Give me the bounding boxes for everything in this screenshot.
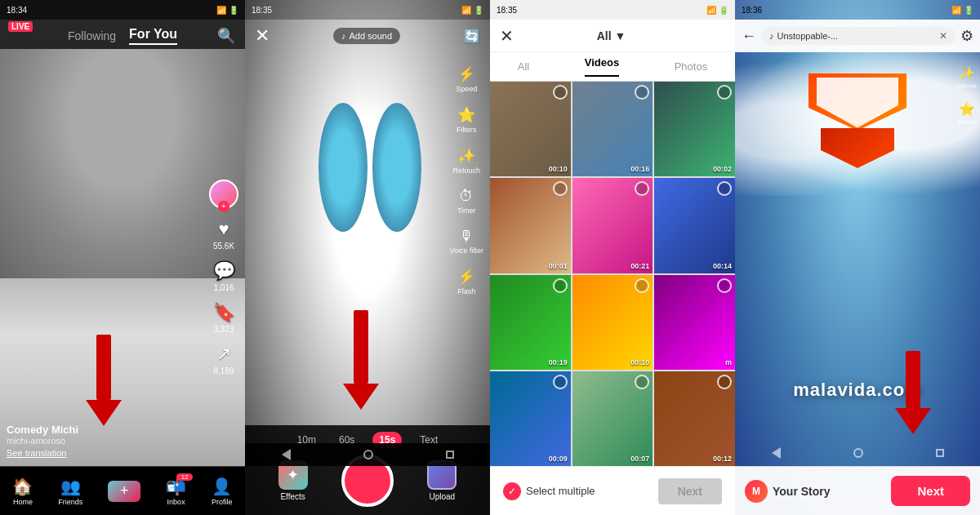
malavida-bottom-bar: M Your Story Next	[735, 466, 980, 515]
tab-photos[interactable]: Photos	[675, 60, 707, 73]
select-checkbox-7[interactable]	[553, 278, 568, 293]
settings-icon[interactable]: ⚙	[960, 27, 973, 45]
sound-pill[interactable]: ♪ Unstoppable-... ✕	[761, 27, 956, 45]
back-icon[interactable]: ←	[742, 28, 756, 45]
select-checkbox-1[interactable]	[553, 85, 568, 100]
nav-foryou[interactable]: For You	[129, 27, 177, 45]
select-checkbox-5[interactable]	[635, 181, 649, 196]
close-icon[interactable]: ✕	[255, 25, 270, 47]
timer-tool[interactable]: ⏱ Timer	[449, 188, 483, 215]
media-thumb-5[interactable]: 00:21	[572, 178, 653, 273]
nav-home[interactable]: 🏠 Home	[12, 477, 33, 506]
tab-all[interactable]: All	[518, 60, 529, 73]
like-button[interactable]: ♥ 55.6K	[213, 219, 234, 251]
creator-username: Comedy Michi	[7, 424, 78, 436]
effects-tool-4[interactable]: ✨ Effects	[957, 65, 977, 90]
recents-nav-2[interactable]	[446, 451, 454, 459]
logo-chevron-bottom	[821, 128, 894, 168]
nav-following[interactable]: Following	[68, 29, 116, 42]
bottom-nav-bar: 🏠 Home 👥 Friends + 📬 Inbox 👤 Profile	[0, 466, 245, 515]
sound-selector[interactable]: ♪ Add sound	[333, 28, 400, 44]
camera-top-bar: ✕ ♪ Add sound 🔄	[245, 20, 490, 52]
timer-icon: ⏱	[459, 188, 474, 205]
media-thumb-4[interactable]: 00:01	[490, 178, 571, 273]
select-checkbox-12[interactable]	[717, 375, 732, 389]
select-checkbox-10[interactable]	[553, 375, 568, 389]
select-checkbox-11[interactable]	[635, 375, 649, 389]
nav-friends[interactable]: 👥 Friends	[58, 477, 82, 506]
media-thumb-2[interactable]: 00:16	[572, 82, 653, 176]
nav-profile[interactable]: 👤 Profile	[212, 477, 233, 506]
speed-label: Speed	[456, 85, 477, 93]
home-nav-2[interactable]	[363, 450, 373, 460]
profile-icon: 👤	[212, 477, 232, 496]
next-button-gallery[interactable]: Next	[658, 478, 722, 504]
media-thumb-9[interactable]: m	[654, 275, 735, 370]
duration-10: 00:09	[549, 455, 568, 463]
search-icon[interactable]: 🔍	[217, 27, 235, 45]
comment-button[interactable]: 💬 1,016	[213, 260, 235, 292]
select-checkbox-3[interactable]	[717, 85, 732, 100]
flip-icon[interactable]: 🔄	[464, 29, 480, 44]
media-thumb-8[interactable]: 00:10	[572, 275, 653, 370]
creator-handle: michi-amoroso	[7, 436, 78, 446]
flash-tool[interactable]: ⚡ Flash	[449, 268, 483, 295]
media-thumb-7[interactable]: 00:19	[490, 275, 571, 370]
media-thumb-10[interactable]: 00:09	[490, 371, 571, 466]
duration-6: 00:14	[713, 262, 732, 270]
translate-link[interactable]: See translation	[7, 448, 78, 458]
sound-close-icon[interactable]: ✕	[939, 30, 947, 42]
media-type-tabs: All Videos Photos	[490, 52, 735, 82]
domain-text: malavida.com	[735, 380, 980, 401]
voice-filter-tool[interactable]: 🎙 Voice filter	[449, 228, 483, 255]
music-icon: ♪	[341, 31, 346, 41]
live-badge[interactable]: LIVE	[8, 21, 33, 32]
speed-tool[interactable]: ⚡ Speed	[449, 65, 483, 93]
upload-button[interactable]: Upload	[427, 460, 457, 501]
your-story-button[interactable]: M Your Story	[745, 480, 831, 503]
filters-tool-4[interactable]: ⭐ Filters	[957, 101, 977, 126]
next-button-malavida[interactable]: Next	[891, 476, 970, 506]
music-note-icon: ♪	[769, 31, 774, 41]
retouch-tool[interactable]: ✨ Retouch	[449, 147, 483, 175]
media-thumb-11[interactable]: 00:07	[572, 371, 653, 466]
creator-avatar[interactable]	[209, 180, 238, 209]
tab-videos[interactable]: Videos	[585, 56, 619, 77]
back-nav-4[interactable]	[772, 447, 781, 459]
feed-nav: Following For You 🔍	[0, 20, 245, 52]
home-nav-4[interactable]	[853, 448, 863, 458]
retouch-icon: ✨	[457, 147, 475, 165]
bookmark-button[interactable]: 🔖 3,323	[213, 302, 235, 334]
duration-3: 00:02	[713, 165, 732, 173]
bookmark-count: 3,323	[213, 325, 234, 334]
filters-icon-4: ⭐	[959, 101, 975, 117]
media-thumb-6[interactable]: 00:14	[654, 178, 735, 273]
status-icons-3: 📶 🔋	[706, 6, 728, 15]
share-button[interactable]: ↗ 8,189	[213, 344, 234, 375]
select-checkbox-2[interactable]	[635, 85, 649, 100]
create-button[interactable]: +	[108, 481, 140, 502]
gallery-close-icon[interactable]: ✕	[500, 26, 514, 46]
back-nav-2[interactable]	[282, 449, 291, 460]
album-selector[interactable]: All ▼	[597, 29, 626, 42]
media-thumb-1[interactable]: 00:10	[490, 82, 571, 176]
filters-tool[interactable]: ⭐ Filters	[449, 106, 483, 134]
select-checkbox-4[interactable]	[553, 181, 568, 196]
add-sound-label: Add sound	[349, 31, 392, 41]
nav-inbox[interactable]: 📬 Inbox	[166, 477, 186, 506]
select-checkbox-9[interactable]	[717, 278, 732, 293]
chevron-down-icon: ▼	[615, 29, 626, 42]
media-thumb-12[interactable]: 00:12	[654, 371, 735, 466]
video-info: Comedy Michi michi-amoroso See translati…	[7, 424, 78, 458]
effects-button[interactable]: ✦ Effects	[278, 460, 308, 501]
duration-9: m	[725, 358, 732, 366]
media-thumb-3[interactable]: 00:02	[654, 82, 735, 176]
duration-8: 00:10	[630, 358, 649, 366]
select-multiple-label: Select multiple	[526, 485, 595, 497]
recents-nav-4[interactable]	[936, 449, 944, 457]
select-checkbox-8[interactable]	[635, 278, 649, 293]
select-checkbox-6[interactable]	[717, 181, 732, 196]
comment-icon: 💬	[213, 260, 235, 282]
status-bar-1: 18:34 📶 🔋	[0, 0, 245, 20]
select-multiple-button[interactable]: ✓ Select multiple	[503, 482, 595, 500]
